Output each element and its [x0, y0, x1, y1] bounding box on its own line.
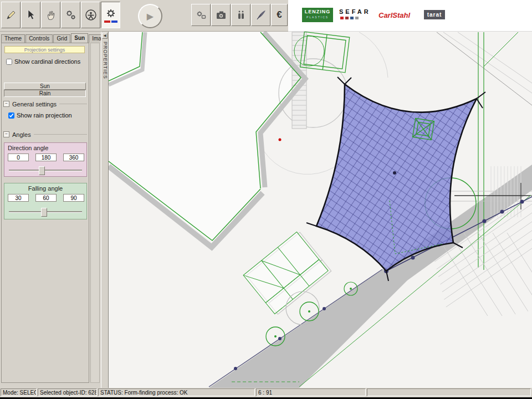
- sun-mode-button[interactable]: Sun: [4, 83, 86, 90]
- status-mode: Mode: SELECT: [1, 388, 37, 396]
- origin-point: [279, 139, 282, 141]
- sail-node: [393, 171, 396, 175]
- snapshot-button[interactable]: [211, 4, 231, 26]
- lenzing-logo-text: LENZING: [302, 8, 333, 16]
- panel-tab-bar: Theme Controls Grid Sun Images: [1, 34, 114, 43]
- mechanism-tool-button[interactable]: [61, 2, 80, 28]
- angles-label: Angles: [12, 131, 31, 138]
- direction-angle-label: Direction angle: [8, 145, 48, 151]
- tarat-logo: tarat: [424, 10, 445, 19]
- tab-grid[interactable]: Grid: [53, 34, 70, 43]
- pan-tool-button[interactable]: [41, 2, 60, 28]
- cardinal-directions-row: Show cardinal directions: [6, 58, 80, 65]
- falling-angle-min-input[interactable]: [8, 194, 29, 202]
- cursor-arrow-icon: [25, 9, 37, 21]
- collapse-icon[interactable]: −: [3, 101, 9, 107]
- rain-projection-checkbox[interactable]: [8, 112, 14, 119]
- collapse-icon[interactable]: −: [3, 131, 9, 137]
- projector-button[interactable]: [231, 4, 250, 26]
- lenzing-logo-subtext: PLASTICS: [302, 16, 333, 19]
- direction-angle-group: Direction angle: [4, 142, 87, 177]
- pencil-tool-button[interactable]: [1, 2, 21, 28]
- sefar-logo-squares: [340, 17, 372, 19]
- properties-collapse-button[interactable]: ◀: [102, 33, 108, 39]
- cost-button[interactable]: €: [271, 4, 288, 26]
- properties-panel-label[interactable]: PROPERTIES: [101, 42, 108, 79]
- rain-projection-row: Show rain projection: [8, 112, 72, 119]
- tab-sun[interactable]: Sun: [71, 33, 88, 43]
- status-extra: [367, 388, 531, 396]
- sun-tab-panel: Projection settings Show cardinal direct…: [1, 43, 89, 383]
- status-selected-object: Selected object-ID: 6283: [38, 388, 97, 396]
- sefar-logo: SEFAR: [339, 8, 372, 19]
- rain-mode-button[interactable]: Rain: [4, 90, 86, 97]
- falling-angle-slider-thumb[interactable]: [41, 208, 47, 217]
- camera-icon: [215, 9, 227, 21]
- cad-canvas[interactable]: [109, 32, 532, 388]
- general-settings-section: − General settings: [3, 100, 87, 108]
- direction-angle-slider-track[interactable]: [9, 170, 82, 171]
- direction-angle-value-input[interactable]: [35, 154, 57, 161]
- rain-projection-label: Show rain projection: [17, 112, 72, 119]
- cardinal-directions-checkbox[interactable]: [6, 59, 12, 65]
- annotate-button[interactable]: [251, 4, 270, 26]
- select-tool-button[interactable]: [21, 2, 40, 28]
- projection-settings-header: Projection settings: [4, 46, 85, 53]
- status-formfinding: STATUS: Form-finding process: OK: [98, 388, 255, 396]
- direction-angle-min-input[interactable]: [8, 154, 29, 161]
- application-window: ▶: [0, 0, 532, 397]
- tab-controls[interactable]: Controls: [25, 34, 53, 43]
- pencil-icon: [5, 9, 17, 21]
- falling-angle-max-input[interactable]: [63, 194, 84, 202]
- toolbar-tools-area: ▶: [0, 0, 288, 32]
- toolbar-logo-area: LENZING PLASTICS SEFAR CarlStahl tarat: [288, 0, 532, 32]
- hand-icon: [45, 9, 57, 21]
- lenzing-logo: LENZING PLASTICS: [302, 8, 333, 22]
- gears-icon: [65, 9, 77, 21]
- sefar-logo-text: SEFAR: [339, 8, 372, 16]
- falling-angle-value-input[interactable]: [35, 194, 57, 202]
- euro-icon: €: [277, 9, 282, 21]
- figure-tool-button[interactable]: [81, 2, 100, 28]
- play-icon: ▶: [147, 11, 154, 22]
- carlstahl-logo: CarlStahl: [378, 11, 410, 19]
- drawing-viewport[interactable]: [109, 32, 532, 388]
- panel-scroll-strip: [90, 43, 100, 383]
- gear-icon: [105, 8, 117, 19]
- status-bar: Mode: SELECT Selected object-ID: 6283 ST…: [0, 388, 532, 397]
- play-button[interactable]: ▶: [138, 4, 162, 28]
- angles-section: − Angles: [3, 131, 87, 138]
- direction-angle-slider-thumb[interactable]: [39, 166, 45, 175]
- toolbar: ▶: [0, 0, 532, 32]
- tab-theme[interactable]: Theme: [1, 34, 25, 43]
- vitruvian-figure-icon: [85, 9, 97, 21]
- general-settings-label: General settings: [12, 101, 57, 108]
- falling-angle-group: Falling angle: [4, 183, 87, 219]
- cardinal-directions-label: Show cardinal directions: [14, 58, 80, 65]
- projector-icon: [235, 9, 247, 21]
- quill-icon: [255, 9, 267, 21]
- falling-angle-label: Falling angle: [4, 185, 86, 192]
- properties-collapsed-panel: ◀ PROPERTIES: [101, 32, 109, 388]
- status-coordinates: 6 : 91: [256, 388, 366, 396]
- small-gears-icon: [195, 9, 207, 21]
- direction-angle-max-input[interactable]: [63, 154, 84, 161]
- settings-tool-button[interactable]: [101, 2, 120, 28]
- machine-tool-button[interactable]: [191, 4, 211, 26]
- settings-active-stripes: [104, 21, 117, 23]
- left-panel: Theme Controls Grid Sun Images Projectio…: [0, 32, 101, 388]
